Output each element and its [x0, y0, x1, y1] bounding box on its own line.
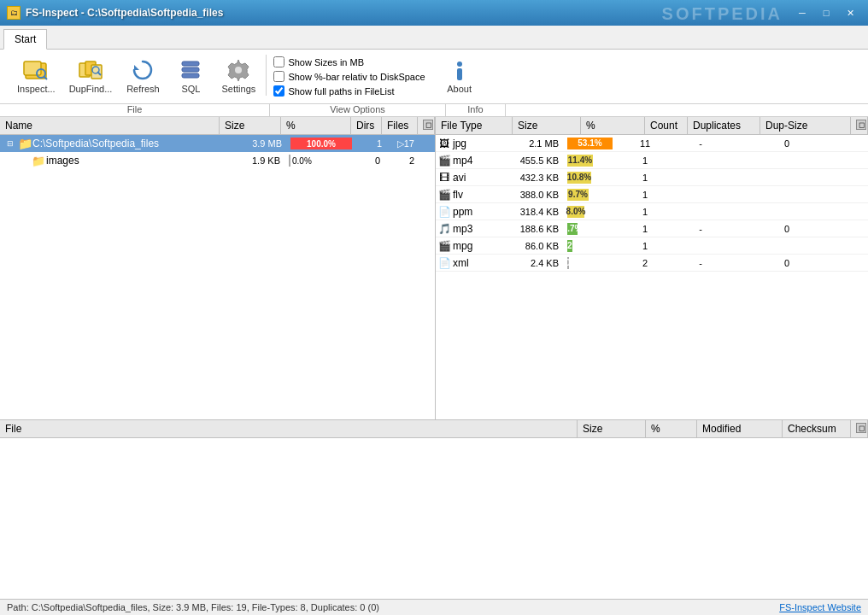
- tree-size: 1.9 KB: [226, 155, 285, 166]
- info-label: Info: [446, 104, 506, 116]
- pct-cell: 9.7%: [564, 187, 624, 202]
- bh-checksum: Checksum: [783, 420, 851, 437]
- size-bar-cell: 100.0%: [287, 136, 355, 151]
- type-count: 1: [624, 173, 666, 183]
- show-full-paths-checkbox[interactable]: [273, 85, 284, 97]
- col-name[interactable]: Name: [0, 117, 220, 134]
- type-row[interactable]: 🎬 flv 388.0 KB 9.7% 1: [436, 186, 868, 203]
- size-bar-cell: 0.0%: [285, 153, 354, 168]
- bh-expand[interactable]: ◻: [851, 420, 868, 437]
- left-table-header: Name Size % Dirs Files ◻: [0, 117, 435, 135]
- about-button[interactable]: About: [439, 55, 480, 96]
- bh-pct: %: [646, 420, 697, 437]
- file-type-icon: 🎵: [436, 223, 453, 235]
- type-ext: mp4: [453, 155, 496, 167]
- type-row[interactable]: 📄 xml 2.4 KB 0.0% 2 - 0: [436, 255, 868, 272]
- col-pct[interactable]: %: [281, 117, 351, 134]
- file-type-icon: 🎬: [436, 240, 453, 252]
- show-sizes-mb-checkbox[interactable]: [273, 56, 284, 67]
- inspect-label: Inspect...: [17, 84, 56, 94]
- type-count: 1: [624, 224, 666, 234]
- col-expand[interactable]: ◻: [418, 117, 435, 134]
- col-files[interactable]: Files: [382, 117, 418, 134]
- type-row[interactable]: 🎵 mp3 188.6 KB 4.7% 1 - 0: [436, 220, 868, 237]
- sql-button[interactable]: SQL: [170, 55, 211, 96]
- type-row[interactable]: 🎬 mpg 86.0 KB 2.2% 1: [436, 237, 868, 255]
- col-dirs[interactable]: Dirs: [351, 117, 382, 134]
- type-ext: mpg: [453, 240, 496, 252]
- pct-bar: 53.1%: [567, 138, 613, 149]
- type-row[interactable]: 🎬 mp4 455.5 KB 11.4% 1: [436, 152, 868, 169]
- about-icon: [446, 56, 473, 84]
- settings-label: Settings: [222, 84, 256, 94]
- show-sizes-mb-option[interactable]: Show Sizes in MB: [273, 56, 425, 67]
- inspect-icon: [22, 56, 50, 84]
- refresh-button[interactable]: Refresh: [122, 55, 163, 96]
- show-full-paths-option[interactable]: Show full paths in FileList: [273, 85, 425, 97]
- pct-cell: 8.0%: [564, 204, 624, 220]
- tab-start[interactable]: Start: [3, 29, 47, 50]
- app-icon: 🗂: [7, 6, 21, 20]
- pct-cell: 11.4%: [564, 153, 624, 168]
- right-table-header: File Type Size % Count Duplicates Dup-Si…: [436, 117, 868, 135]
- col-duplicates[interactable]: Duplicates: [688, 117, 760, 134]
- type-count: 1: [624, 190, 666, 200]
- pct-bar: 9.7%: [567, 189, 589, 201]
- dupfind-label: DupFind...: [69, 84, 113, 94]
- show-full-paths-label: Show full paths in FileList: [288, 86, 394, 97]
- toolbar: Inspect... DupFind... Refre: [0, 50, 868, 104]
- file-type-icon: 🎬: [436, 155, 453, 167]
- type-row[interactable]: 🖼 jpg 2.1 MB 53.1% 11 - 0: [436, 135, 868, 152]
- type-count: 1: [624, 155, 666, 166]
- col-pct[interactable]: %: [581, 117, 645, 134]
- type-count: 11: [624, 138, 666, 149]
- folder-icon: 📁: [17, 135, 32, 152]
- col-count[interactable]: Count: [645, 117, 688, 134]
- svg-marker-9: [134, 65, 139, 70]
- type-ext: flv: [453, 189, 496, 201]
- tree-dirs: 1: [355, 138, 385, 149]
- fs-inspect-website-link[interactable]: FS-Inspect Website: [779, 602, 861, 612]
- col-size[interactable]: Size: [220, 117, 281, 134]
- type-row[interactable]: 📄 ppm 318.4 KB 8.0% 1: [436, 203, 868, 220]
- col-size[interactable]: Size: [513, 117, 581, 134]
- pct-cell: 10.8%: [564, 170, 624, 185]
- tree-files: ▷17: [385, 138, 418, 149]
- type-dups: -: [666, 224, 735, 234]
- type-ext: avi: [453, 172, 496, 184]
- window-controls: ─ □ ✕: [791, 4, 861, 21]
- tree-row[interactable]: 📁 images 1.9 KB 0.0% 0 2: [0, 152, 435, 169]
- maximize-button[interactable]: □: [815, 4, 837, 21]
- inspect-button[interactable]: Inspect...: [14, 55, 59, 96]
- type-size: 432.3 KB: [496, 173, 564, 183]
- file-type-icon: 🎞: [436, 172, 453, 184]
- bh-modified: Modified: [697, 420, 783, 437]
- tree-toggle[interactable]: ⊟: [3, 135, 17, 152]
- tree-files: 2: [384, 155, 418, 166]
- bottom-table-header: File Size % Modified Checksum ◻: [0, 420, 868, 438]
- show-pct-option[interactable]: Show %-bar relativ to DiskSpace: [273, 71, 425, 82]
- file-type-icon: 📄: [436, 206, 453, 218]
- bottom-panel: File Size % Modified Checksum ◻: [0, 419, 868, 599]
- col-right-expand[interactable]: ◻: [851, 117, 868, 134]
- right-file-types-table: 🖼 jpg 2.1 MB 53.1% 11 - 0 🎬 mp4 455.5 KB…: [436, 135, 868, 419]
- type-size: 2.4 KB: [496, 258, 564, 268]
- tree-row[interactable]: ⊟ 📁 C:\Softpedia\Softpedia_files 3.9 MB …: [0, 135, 435, 152]
- view-options-label: View Options: [270, 104, 446, 116]
- svg-point-15: [457, 62, 462, 67]
- close-button[interactable]: ✕: [839, 4, 861, 21]
- settings-button[interactable]: Settings: [218, 55, 259, 96]
- minimize-button[interactable]: ─: [791, 4, 813, 21]
- tree-name: C:\Softpedia\Softpedia_files: [32, 138, 227, 149]
- type-row[interactable]: 🎞 avi 432.3 KB 10.8% 1: [436, 169, 868, 186]
- sql-label: SQL: [181, 84, 200, 94]
- show-pct-checkbox[interactable]: [273, 71, 284, 82]
- dupfind-button[interactable]: DupFind...: [66, 55, 116, 96]
- pct-bar: 4.7%: [567, 223, 578, 235]
- type-ext: jpg: [453, 138, 496, 149]
- bh-file: File: [0, 420, 578, 437]
- file-label: File: [0, 104, 270, 116]
- tree-toggle[interactable]: [17, 152, 31, 169]
- col-file-type[interactable]: File Type: [436, 117, 513, 134]
- col-dup-size[interactable]: Dup-Size: [760, 117, 851, 134]
